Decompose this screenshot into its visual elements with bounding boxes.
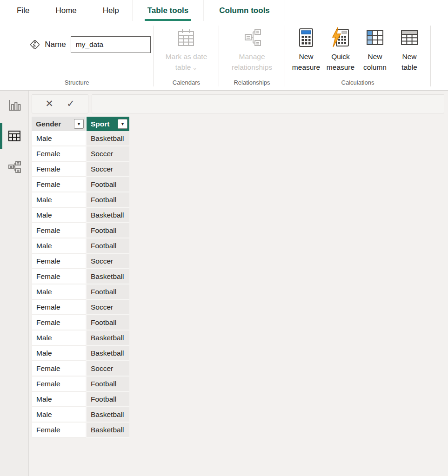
cell-sport[interactable]: Soccer	[87, 300, 129, 315]
cell-gender[interactable]: Female	[32, 377, 87, 392]
cell-gender[interactable]: Male	[32, 131, 87, 146]
cancel-formula-button[interactable]: ✕	[43, 98, 55, 110]
new-measure-icon	[295, 27, 317, 48]
cell-sport[interactable]: Football	[87, 392, 129, 407]
cell-sport[interactable]: Basketball	[87, 346, 129, 361]
column-header-gender[interactable]: Gender ▾	[32, 117, 87, 131]
quick-measure-button[interactable]: Quick measure	[324, 27, 357, 78]
cell-gender[interactable]: Male	[32, 284, 87, 300]
tab-column-tools[interactable]: Column tools	[204, 0, 285, 21]
cell-sport[interactable]: Basketball	[87, 269, 129, 284]
cell-sport[interactable]: Football	[87, 192, 129, 208]
table-row: Male Basketball	[32, 346, 129, 361]
button-label-line: column	[363, 62, 387, 73]
table-row: Female Football	[32, 377, 129, 392]
cell-gender[interactable]: Female	[32, 223, 87, 238]
column-header-sport[interactable]: Sport ▾	[87, 117, 129, 131]
ribbon-divider	[430, 26, 431, 86]
table-row: Female Soccer	[32, 162, 129, 177]
sidebar-item-data-view[interactable]	[0, 123, 28, 149]
chevron-down-icon: ⌄	[192, 64, 197, 71]
tab-help[interactable]: Help	[90, 0, 132, 21]
cell-gender[interactable]: Female	[32, 162, 87, 177]
cell-sport[interactable]: Soccer	[87, 254, 129, 269]
column-header-label: Gender	[36, 120, 74, 128]
cell-sport[interactable]: Soccer	[87, 146, 129, 162]
cell-sport[interactable]: Football	[87, 223, 129, 238]
group-label-relationships: Relationships	[219, 78, 285, 90]
cell-sport[interactable]: Basketball	[87, 331, 129, 346]
cell-gender[interactable]: Female	[32, 423, 87, 438]
cell-gender[interactable]: Female	[32, 269, 87, 284]
calendar-icon	[175, 27, 197, 48]
sidebar-item-report-view[interactable]	[0, 93, 28, 119]
tag-icon	[29, 39, 41, 51]
new-measure-button[interactable]: New measure	[289, 27, 323, 78]
cell-sport[interactable]: Football	[87, 177, 129, 192]
table-row: Female Football	[32, 223, 129, 238]
button-label-line: Quick	[331, 51, 350, 62]
table-row: Male Football	[32, 238, 129, 254]
cell-gender[interactable]: Male	[32, 192, 87, 208]
ribbon-group-structure: Name Structure	[0, 21, 154, 90]
button-label-line: measure	[292, 62, 320, 73]
tab-home[interactable]: Home	[42, 0, 89, 21]
new-table-icon	[399, 27, 420, 48]
cell-gender[interactable]: Male	[32, 238, 87, 254]
cell-sport[interactable]: Football	[87, 377, 129, 392]
data-table: Gender ▾ Sport ▾ Male Basketball Female …	[32, 117, 129, 438]
ribbon-group-calculations: New measure	[285, 21, 430, 90]
cell-gender[interactable]: Male	[32, 392, 87, 407]
table-row: Male Basketball	[32, 331, 129, 346]
cell-sport[interactable]: Football	[87, 315, 129, 331]
table-name-input[interactable]	[71, 36, 151, 53]
cell-sport[interactable]: Football	[87, 238, 129, 254]
table-row: Female Soccer	[32, 146, 129, 162]
cell-gender[interactable]: Female	[32, 177, 87, 192]
table-row: Female Soccer	[32, 361, 129, 377]
table-row: Male Football	[32, 392, 129, 407]
cell-sport[interactable]: Basketball	[87, 423, 129, 438]
group-label-calculations: Calculations	[285, 78, 430, 90]
cell-sport[interactable]: Soccer	[87, 361, 129, 377]
button-label-line: New	[402, 51, 416, 62]
cell-sport[interactable]: Basketball	[87, 407, 129, 423]
formula-bar-actions: ✕ ✓	[32, 94, 88, 113]
mark-as-date-table-button[interactable]: Mark as date table⌄	[166, 27, 207, 78]
data-view-canvas: ✕ ✓ Gender ▾ Sport ▾ Male B	[29, 91, 448, 476]
table-row: Female Soccer	[32, 254, 129, 269]
cell-gender[interactable]: Male	[32, 407, 87, 423]
button-label-line: measure	[327, 62, 354, 73]
filter-dropdown-icon[interactable]: ▾	[74, 119, 84, 129]
cell-gender[interactable]: Female	[32, 300, 87, 315]
powerbi-data-view: File Home Help Table tools Column tools	[0, 0, 448, 476]
cell-sport[interactable]: Basketball	[87, 131, 129, 146]
cell-sport[interactable]: Soccer	[87, 162, 129, 177]
manage-relationships-button[interactable]: Manage relationships	[232, 27, 272, 78]
table-row: Female Basketball	[32, 423, 129, 438]
cell-gender[interactable]: Female	[32, 361, 87, 377]
model-view-icon	[7, 159, 22, 174]
cell-sport[interactable]: Football	[87, 284, 129, 300]
tab-file[interactable]: File	[4, 0, 42, 21]
table-row: Male Football	[32, 284, 129, 300]
cell-gender[interactable]: Male	[32, 208, 87, 223]
cell-gender[interactable]: Male	[32, 331, 87, 346]
button-label-line: table	[401, 62, 417, 73]
cell-gender[interactable]: Female	[32, 146, 87, 162]
button-label-line: New	[299, 51, 313, 62]
formula-input[interactable]	[92, 94, 444, 113]
formula-bar: ✕ ✓	[29, 91, 448, 117]
cell-gender[interactable]: Female	[32, 315, 87, 331]
filter-dropdown-icon[interactable]: ▾	[118, 119, 127, 129]
new-table-button[interactable]: New table	[393, 27, 426, 78]
new-column-button[interactable]: New column	[358, 27, 392, 78]
commit-formula-button[interactable]: ✓	[65, 98, 77, 110]
tab-table-tools[interactable]: Table tools	[132, 0, 204, 21]
table-row: Female Football	[32, 177, 129, 192]
cell-gender[interactable]: Female	[32, 254, 87, 269]
cell-sport[interactable]: Basketball	[87, 208, 129, 223]
table-row: Male Basketball	[32, 407, 129, 423]
sidebar-item-model-view[interactable]	[0, 154, 28, 180]
cell-gender[interactable]: Male	[32, 346, 87, 361]
